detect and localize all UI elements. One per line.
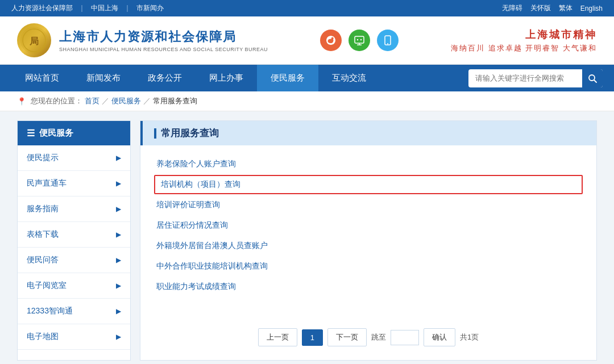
sidebar: ☰ 便民服务 便民提示 ▶ 民声直通车 ▶ 服务指南 ▶ 表格下载 ▶ 便民问答…: [17, 120, 131, 361]
breadcrumb-service[interactable]: 便民服务: [111, 96, 141, 106]
sidebar-label-guide: 服务指南: [27, 204, 59, 214]
nav-search: [468, 69, 603, 87]
search-button[interactable]: [582, 69, 603, 87]
weibo-icon[interactable]: [320, 30, 342, 51]
sidebar-label-reading: 电子阅览室: [27, 281, 67, 291]
arrow-icon: ▶: [116, 205, 121, 213]
arrow-icon: ▶: [116, 154, 121, 162]
location-icon: 📍: [17, 97, 26, 106]
nav-online[interactable]: 网上办事: [196, 65, 257, 91]
next-page-button[interactable]: 下一页: [327, 328, 367, 346]
city-spirit: 上海城市精神 海纳百川 追求卓越 开明睿智 大气谦和: [451, 28, 597, 53]
sidebar-label-map: 电子地图: [27, 332, 59, 342]
wechat-icon[interactable]: [349, 30, 370, 51]
sidebar-item-voice[interactable]: 民声直通车 ▶: [18, 171, 130, 196]
section-bar-icon: [154, 128, 156, 139]
top-link-news[interactable]: 市新闻办: [136, 3, 164, 13]
sidebar-title-label: 便民服务: [39, 128, 73, 139]
service-item-pension[interactable]: 养老保险个人账户查询: [154, 154, 583, 174]
nav-home[interactable]: 网站首页: [11, 65, 73, 91]
top-link-shanghai[interactable]: 中国上海: [91, 3, 118, 13]
section-header: 常用服务查询: [140, 121, 596, 145]
nav-interact[interactable]: 互动交流: [318, 65, 380, 91]
care-mode-link[interactable]: 关怀版: [530, 3, 551, 13]
city-spirit-title: 上海城市精神: [451, 28, 597, 41]
nav-gov[interactable]: 政务公开: [134, 65, 196, 91]
jump-label: 跳至: [371, 332, 386, 342]
nav-bar: 网站首页 新闻发布 政务公开 网上办事 便民服务 互动交流: [0, 65, 614, 91]
service-list: 养老保险个人账户查询 培训机构（项目）查询 培训评价证明查询 居住证积分情况查询…: [140, 145, 596, 306]
top-bar-right: 无障碍 关怀版 繁体 English: [502, 3, 603, 13]
svg-point-9: [387, 43, 388, 44]
total-pages: 共1页: [460, 332, 479, 342]
main-content: ☰ 便民服务 便民提示 ▶ 民声直通车 ▶ 服务指南 ▶ 表格下载 ▶ 便民问答…: [0, 111, 614, 364]
sidebar-label-tips: 便民提示: [27, 153, 59, 163]
sidebar-label-hotline: 12333智询通: [27, 306, 73, 316]
section-title: 常用服务查询: [161, 127, 219, 140]
page-1-button[interactable]: 1: [302, 329, 323, 346]
breadcrumb-current: 常用服务查询: [153, 96, 197, 106]
service-item-foreign[interactable]: 外籍境外居留台港澳人员查账户: [154, 236, 583, 256]
breadcrumb-home[interactable]: 首页: [85, 96, 99, 106]
logo-name-cn: 上海市人力资源和社会保障局: [59, 28, 268, 45]
english-link[interactable]: English: [580, 5, 603, 12]
arrow-icon: ▶: [116, 231, 121, 239]
sidebar-label-faq: 便民问答: [27, 255, 59, 265]
service-item-training[interactable]: 培训机构（项目）查询: [154, 175, 583, 194]
pagination: 上一页 1 下一页 跳至 确认 共1页: [140, 315, 596, 360]
right-content: 常用服务查询 养老保险个人账户查询 培训机构（项目）查询 培训评价证明查询 居住…: [140, 120, 597, 361]
sidebar-label-voice: 民声直通车: [27, 178, 67, 189]
page-jump-input[interactable]: [391, 330, 419, 345]
svg-line-11: [594, 80, 596, 82]
search-input[interactable]: [468, 74, 582, 82]
sidebar-item-faq[interactable]: 便民问答 ▶: [18, 248, 130, 273]
arrow-icon: ▶: [116, 307, 121, 315]
breadcrumb: 📍 您现在的位置： 首页 ／ 便民服务 ／ 常用服务查询: [0, 91, 614, 111]
svg-rect-3: [355, 36, 364, 43]
breadcrumb-prefix: 您现在的位置：: [31, 96, 82, 106]
arrow-icon: ▶: [116, 282, 121, 290]
confirm-button[interactable]: 确认: [424, 328, 455, 346]
service-item-cert[interactable]: 培训评价证明查询: [154, 195, 583, 215]
service-item-cooperation[interactable]: 中外合作职业技能培训机构查询: [154, 257, 583, 276]
header-socials: [320, 30, 399, 51]
sidebar-item-forms[interactable]: 表格下载 ▶: [18, 222, 130, 248]
accessibility-link[interactable]: 无障碍: [502, 3, 522, 13]
menu-icon: ☰: [27, 128, 35, 139]
sidebar-item-guide[interactable]: 服务指南 ▶: [18, 196, 130, 222]
service-item-residence[interactable]: 居住证积分情况查询: [154, 216, 583, 235]
traditional-link[interactable]: 繁体: [559, 3, 572, 13]
arrow-icon: ▶: [116, 179, 121, 187]
svg-text:局: 局: [29, 36, 39, 46]
logo-area: 局 上海市人力资源和社会保障局 SHANGHAI MUNICIPAL HUMAN…: [17, 23, 268, 57]
sidebar-item-reading[interactable]: 电子阅览室 ▶: [18, 273, 130, 299]
prev-page-button[interactable]: 上一页: [258, 328, 297, 346]
nav-news[interactable]: 新闻发布: [73, 65, 134, 91]
nav-service[interactable]: 便民服务: [257, 65, 318, 91]
arrow-icon: ▶: [116, 256, 121, 264]
top-bar-left: 人力资源社会保障部 ｜ 中国上海 ｜ 市新闻办: [11, 3, 164, 13]
top-bar: 人力资源社会保障部 ｜ 中国上海 ｜ 市新闻办 无障碍 关怀版 繁体 Engli…: [0, 0, 614, 16]
sidebar-item-map[interactable]: 电子地图 ▶: [18, 324, 130, 350]
header: 局 上海市人力资源和社会保障局 SHANGHAI MUNICIPAL HUMAN…: [0, 16, 614, 65]
top-link-hrss[interactable]: 人力资源社会保障部: [11, 3, 73, 13]
logo-icon: 局: [17, 23, 51, 57]
service-item-exam[interactable]: 职业能力考试成绩查询: [154, 277, 583, 296]
city-spirit-sub: 海纳百川 追求卓越 开明睿智 大气谦和: [451, 43, 597, 53]
logo-name-en: SHANGHAI MUNICIPAL HUMAN RESOURCES AND S…: [59, 47, 268, 52]
arrow-icon: ▶: [116, 333, 121, 341]
svg-point-7: [360, 39, 362, 40]
sidebar-item-tips[interactable]: 便民提示 ▶: [18, 145, 130, 171]
sidebar-label-forms: 表格下载: [27, 229, 59, 240]
svg-point-6: [357, 39, 358, 40]
logo-text: 上海市人力资源和社会保障局 SHANGHAI MUNICIPAL HUMAN R…: [59, 28, 268, 52]
mobile-icon[interactable]: [377, 30, 399, 51]
sidebar-title: ☰ 便民服务: [18, 121, 130, 145]
sidebar-item-hotline[interactable]: 12333智询通 ▶: [18, 299, 130, 324]
